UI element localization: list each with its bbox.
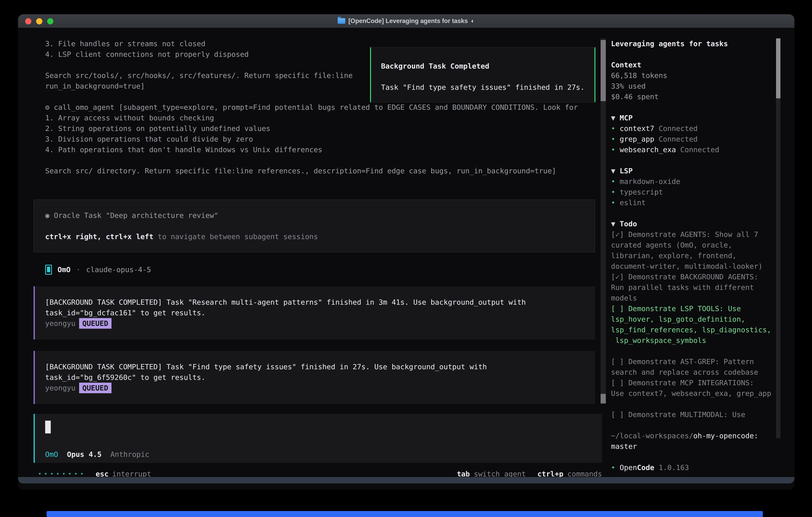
lsp-item: • eslint xyxy=(611,197,777,208)
terminal-line: 2. String operations on potentially unde… xyxy=(45,123,578,134)
context-line: 66,518 tokens xyxy=(611,70,777,81)
oracle-title-line: ◉ Oracle Task "Deep architecture review" xyxy=(45,210,594,221)
main-scrollbar-thumb-bottom[interactable] xyxy=(601,394,606,404)
input-meta: OmO Opus 4.5 Anthropic xyxy=(45,449,149,460)
todo-line: Use context7, websearch_exa, grep_app xyxy=(611,388,777,399)
sidebar-blank-line xyxy=(611,346,777,356)
agent-separator: · xyxy=(76,264,81,275)
folder-icon xyxy=(338,18,345,24)
section-mcp[interactable]: ▼ MCP xyxy=(611,113,777,123)
todo-line: lsp_hover, lsp_goto_definition, xyxy=(611,314,777,324)
terminal-line: ⚙ call_omo_agent [subagent_type=explore,… xyxy=(45,102,578,113)
ctrlp-key-hint: ctrl+p xyxy=(538,470,563,478)
background-task-message: [BACKGROUND TASK COMPLETED] Task "Find t… xyxy=(34,351,595,404)
task-line2: task_id="bg_dcfac161" to get results. xyxy=(45,307,595,318)
todo-line: Run parallel tasks with different xyxy=(611,282,777,293)
todo-line: models xyxy=(611,293,777,303)
mcp-item: • context7 Connected xyxy=(611,123,777,134)
input-provider: Anthropic xyxy=(110,449,149,460)
title-bar[interactable]: [OpenCode] Leveraging agents for tasks ◐ xyxy=(18,15,794,28)
zoom-button[interactable] xyxy=(47,18,53,24)
todo-line: [ ] Demonstrate MCP INTEGRATIONS: xyxy=(611,377,777,388)
todo-line: [✓] Demonstrate BACKGROUND AGENTS: xyxy=(611,272,777,282)
todo-line: librarian, explore, frontend, xyxy=(611,250,777,261)
todo-line: lsp_find_references, lsp_diagnostics, xyxy=(611,324,777,335)
background-task-message: [BACKGROUND TASK COMPLETED] Task "Resear… xyxy=(34,286,595,339)
lsp-item: • typescript xyxy=(611,187,777,197)
task-status-line: yeongyuQUEUED xyxy=(45,383,595,393)
task-line1: [BACKGROUND TASK COMPLETED] Task "Find t… xyxy=(45,361,595,372)
esc-key-hint: esc xyxy=(96,470,109,478)
terminal-line xyxy=(45,155,578,166)
oracle-task-box: ◉ Oracle Task "Deep architecture review"… xyxy=(34,199,595,252)
task-line2: task_id="bg_6f59260c" to get results. xyxy=(45,372,595,383)
agent-header: OmO · claude-opus-4-5 xyxy=(45,264,151,275)
sidebar-blank-line xyxy=(611,155,777,166)
todo-line: [ ] Demonstrate LSP TOOLS: Use xyxy=(611,303,777,314)
task-user: yeongyu xyxy=(45,384,76,392)
context-line: $0.46 spent xyxy=(611,91,777,102)
todo-line: curated agents (OmO, oracle, xyxy=(611,240,777,250)
input-model: Opus 4.5 xyxy=(67,449,102,460)
agent-name: OmO xyxy=(58,264,70,275)
main-scrollbar-thumb[interactable] xyxy=(601,40,606,101)
sidebar-blank-line xyxy=(611,208,777,219)
window-title-text: [OpenCode] Leveraging agents for tasks xyxy=(348,18,468,25)
terminal-line: 3. Division operations that could divide… xyxy=(45,134,578,144)
sidebar-scrollbar-thumb[interactable] xyxy=(776,38,780,98)
background-task-toast: Background Task Completed Task "Find typ… xyxy=(370,47,596,102)
terminal-window: [OpenCode] Leveraging agents for tasks ◐… xyxy=(18,15,794,490)
agent-icon xyxy=(45,265,52,275)
tab-key-hint: tab xyxy=(457,470,470,478)
workspace-branch: master xyxy=(611,441,777,452)
text-cursor xyxy=(45,420,51,433)
oracle-hint-keys: ctrl+x right, ctrl+x left xyxy=(45,233,153,241)
section-todo[interactable]: ▼ Todo xyxy=(611,219,777,229)
session-state-icon: ◐ xyxy=(471,18,475,25)
app-version: • OpenCode 1.0.163 xyxy=(611,462,777,473)
workspace-path: ~/local-workspaces/oh-my-opencode: xyxy=(611,430,777,441)
close-button[interactable] xyxy=(25,18,31,24)
toast-title: Background Task Completed xyxy=(381,61,594,71)
sidebar-blank-line xyxy=(611,452,777,462)
tab-key-label: switch agent xyxy=(474,470,526,478)
status-badge: QUEUED xyxy=(79,318,112,329)
toast-body: Task "Find type safety issues" finished … xyxy=(381,82,594,92)
minimize-button[interactable] xyxy=(36,18,42,24)
todo-line: search and replace across codebase xyxy=(611,367,777,377)
background-window-edge xyxy=(47,511,763,517)
esc-key-label: interrupt xyxy=(112,470,151,478)
todo-line: [✓] Demonstrate AGENTS: Show all 7 xyxy=(611,229,777,240)
mcp-item: • grep_app Connected xyxy=(611,134,777,144)
sidebar-blank-line xyxy=(611,102,777,113)
session-sidebar: Leveraging agents for tasksContext66,518… xyxy=(611,38,777,473)
lsp-item: • markdown-oxide xyxy=(611,176,777,187)
todo-line: lsp_workspace_symbols xyxy=(611,335,777,346)
status-badge: QUEUED xyxy=(79,383,112,393)
oracle-hint-rest: to navigate between subagent sessions xyxy=(153,233,318,241)
window-title: [OpenCode] Leveraging agents for tasks ◐ xyxy=(338,18,475,25)
prompt-input[interactable]: OmO Opus 4.5 Anthropic xyxy=(34,414,602,463)
sidebar-title: Leveraging agents for tasks xyxy=(611,38,777,49)
spinner-dots-icon: •••••••• xyxy=(38,470,86,478)
mcp-item: • websearch_exa Connected xyxy=(611,144,777,155)
sidebar-blank-line xyxy=(611,49,777,60)
terminal-line: 4. Path operations that don't handle Win… xyxy=(45,144,578,155)
terminal-content: 3. File handles or streams not closed4. … xyxy=(18,28,794,483)
task-user: yeongyu xyxy=(45,319,76,327)
context-heading: Context xyxy=(611,60,777,70)
input-agent: OmO xyxy=(45,449,58,460)
task-status-line: yeongyuQUEUED xyxy=(45,318,595,329)
sidebar-blank-line xyxy=(611,420,777,430)
sidebar-scrollbar-track[interactable] xyxy=(776,38,780,438)
terminal-line: Search src/ directory. Return specific f… xyxy=(45,166,578,176)
terminal-line: 1. Array access without bounds checking xyxy=(45,113,578,123)
oracle-icon: ◉ xyxy=(45,211,50,219)
oracle-hint-line: ctrl+x right, ctrl+x left to navigate be… xyxy=(45,231,594,242)
section-lsp[interactable]: ▼ LSP xyxy=(611,166,777,176)
sidebar-blank-line xyxy=(611,399,777,409)
todo-line: [ ] Demonstrate MULTIMODAL: Use xyxy=(611,409,777,420)
context-line: 33% used xyxy=(611,81,777,91)
todo-line: document-writer, multimodal-looker) xyxy=(611,261,777,272)
ctrlp-key-label: commands xyxy=(568,470,602,478)
